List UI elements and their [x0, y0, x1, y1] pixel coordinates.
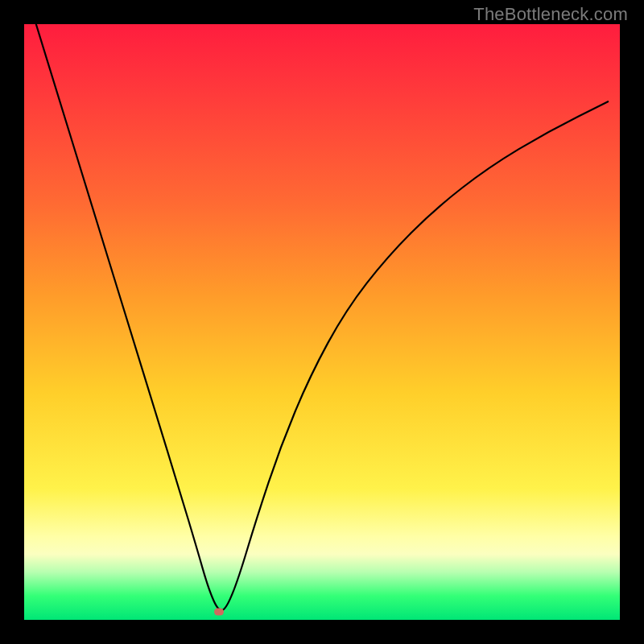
watermark-text: TheBottleneck.com	[473, 4, 628, 25]
chart-frame: TheBottleneck.com	[0, 0, 644, 644]
background-gradient	[24, 24, 620, 620]
plot-area	[24, 24, 620, 620]
